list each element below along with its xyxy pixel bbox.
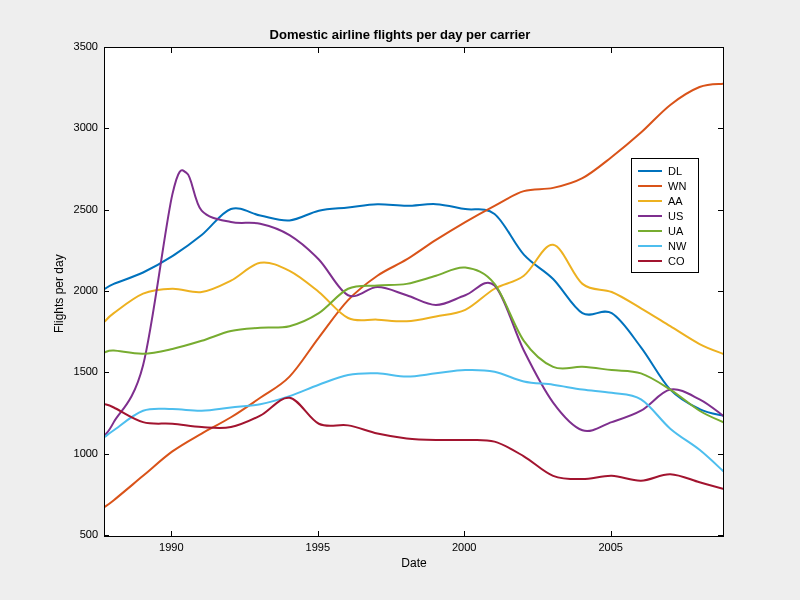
series-NW [105, 370, 723, 471]
y-tick-mark [718, 210, 723, 211]
x-tick-mark [318, 48, 319, 53]
x-tick-mark [171, 48, 172, 53]
legend-row-CO: CO [638, 253, 692, 268]
legend-swatch [638, 260, 662, 262]
x-tick-mark [171, 531, 172, 536]
y-tick-label: 3000 [58, 121, 98, 133]
series-WN [105, 84, 723, 507]
y-tick-label: 500 [58, 528, 98, 540]
axes-area [104, 47, 724, 537]
y-tick-mark [104, 210, 109, 211]
legend-row-AA: AA [638, 193, 692, 208]
legend-swatch [638, 230, 662, 232]
legend-row-WN: WN [638, 178, 692, 193]
y-tick-label: 1000 [58, 447, 98, 459]
y-tick-mark [718, 47, 723, 48]
y-tick-mark [718, 291, 723, 292]
legend-label: WN [668, 180, 686, 192]
legend-swatch [638, 170, 662, 172]
series-UA [105, 267, 723, 422]
y-tick-mark [104, 454, 109, 455]
legend-swatch [638, 245, 662, 247]
legend-row-DL: DL [638, 163, 692, 178]
x-tick-label: 2005 [591, 541, 631, 553]
legend-label: CO [668, 255, 685, 267]
y-tick-mark [718, 454, 723, 455]
legend-swatch [638, 200, 662, 202]
legend-label: NW [668, 240, 686, 252]
x-tick-mark [318, 531, 319, 536]
y-tick-label: 2500 [58, 203, 98, 215]
y-tick-mark [104, 535, 109, 536]
y-tick-label: 1500 [58, 365, 98, 377]
x-tick-label: 1990 [151, 541, 191, 553]
legend-swatch [638, 185, 662, 187]
legend-swatch [638, 215, 662, 217]
legend-label: DL [668, 165, 682, 177]
x-tick-label: 1995 [298, 541, 338, 553]
x-tick-mark [611, 48, 612, 53]
chart-title: Domestic airline flights per day per car… [0, 27, 800, 42]
x-tick-mark [464, 48, 465, 53]
y-tick-mark [718, 128, 723, 129]
line-plot-svg [105, 48, 723, 536]
x-tick-mark [464, 531, 465, 536]
y-tick-mark [104, 128, 109, 129]
y-tick-mark [104, 291, 109, 292]
y-tick-label: 2000 [58, 284, 98, 296]
legend-row-NW: NW [638, 238, 692, 253]
legend-label: AA [668, 195, 683, 207]
y-tick-mark [104, 372, 109, 373]
x-tick-mark [611, 531, 612, 536]
y-tick-mark [718, 372, 723, 373]
x-axis-label: Date [104, 556, 724, 570]
y-tick-label: 3500 [58, 40, 98, 52]
legend-row-US: US [638, 208, 692, 223]
legend-box: DLWNAAUSUANWCO [631, 158, 699, 273]
legend-label: UA [668, 225, 683, 237]
y-tick-mark [104, 47, 109, 48]
legend-row-UA: UA [638, 223, 692, 238]
legend-label: US [668, 210, 683, 222]
y-tick-mark [718, 535, 723, 536]
x-tick-label: 2000 [444, 541, 484, 553]
